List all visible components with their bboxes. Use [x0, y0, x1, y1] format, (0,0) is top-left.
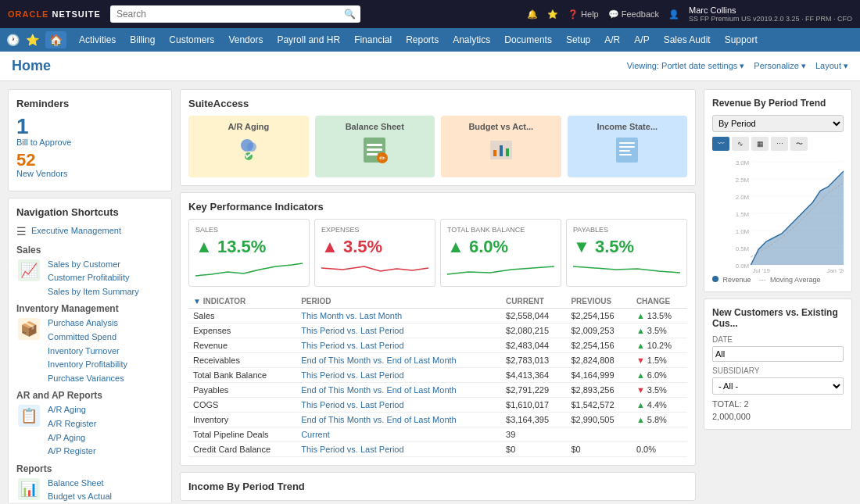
exec-mgmt-item[interactable]: ☰ Executive Management [16, 224, 163, 238]
svg-text:Jan '20: Jan '20 [826, 267, 844, 273]
table-row: Total Bank Balance This Period vs. Last … [188, 368, 687, 383]
svg-text:Jul '19: Jul '19 [752, 267, 770, 273]
menu-ar[interactable]: A/R [598, 28, 626, 52]
suite-tile-ar-aging[interactable]: A/R Aging [188, 116, 309, 177]
svg-rect-25 [619, 154, 632, 155]
cell-change: ▲ 6.0% [632, 368, 687, 383]
period-select[interactable]: By Period [712, 115, 844, 132]
menu-vendors[interactable]: Vendors [222, 28, 269, 52]
cell-period: This Period vs. Last Period [296, 442, 501, 457]
home-history-icon[interactable]: 🕐 [6, 34, 20, 46]
table-row: Sales This Month vs. Last Month $2,558,0… [188, 309, 687, 323]
sales-icon: 📈 [16, 258, 41, 283]
menu-financial[interactable]: Financial [348, 28, 398, 52]
suite-access-grid: A/R Aging Balance Sheet [188, 116, 687, 177]
kpi-payables-label: PAYABLES [573, 226, 680, 234]
chart-area-icon[interactable]: ∿ [732, 137, 749, 151]
committed-spend-link[interactable]: Committed Spend [48, 331, 127, 345]
subsidiary-select[interactable]: - All - [712, 377, 844, 395]
svg-rect-19 [500, 145, 503, 156]
ar-aging-link[interactable]: A/R Aging [48, 403, 96, 417]
top-nav: ORACLE NETSUITE 🔍 🔔 ⭐ ❓ Help 💬 Feedback … [0, 0, 860, 28]
viewing-portlet-settings[interactable]: Viewing: Portlet date settings ▾ [627, 61, 745, 71]
menu-support[interactable]: Support [718, 28, 764, 52]
cell-current: $1,610,017 [501, 398, 566, 413]
revenue-dot [712, 276, 718, 282]
menu-customers[interactable]: Customers [163, 28, 220, 52]
arap-links: A/R Aging A/R Register A/P Aging A/P Reg… [48, 403, 96, 458]
menu-sales-audit[interactable]: Sales Audit [658, 28, 717, 52]
filter-icon[interactable]: ▼ [193, 297, 201, 306]
purchase-analysis-link[interactable]: Purchase Analysis [48, 316, 127, 331]
chart-scatter-icon[interactable]: ⋯ [771, 137, 788, 151]
home-icon[interactable]: 🏠 [45, 31, 66, 48]
star-icon[interactable]: ⭐ [547, 9, 558, 20]
svg-point-9 [247, 142, 256, 152]
suite-tile-income[interactable]: Income State... [568, 116, 688, 177]
feedback-link[interactable]: 💬 Feedback [608, 9, 659, 20]
col-period: PERIOD [296, 295, 501, 309]
sales-by-item-summary-link[interactable]: Sales by Item Summary [48, 285, 139, 299]
menu-activities[interactable]: Activities [73, 28, 122, 52]
nav-shortcuts-card: Navigation Shortcuts ☰ Executive Managem… [8, 198, 172, 502]
menu-billing[interactable]: Billing [124, 28, 161, 52]
inventory-turnover-link[interactable]: Inventory Turnover [48, 345, 127, 359]
personalize-button[interactable]: Personalize ▾ [754, 61, 806, 71]
table-row: Credit Card Balance This Period vs. Last… [188, 442, 687, 457]
kpi-sales-sparkline [195, 260, 303, 280]
col-indicator: ▼ INDICATOR [188, 295, 296, 309]
suite-tile-balance-label: Balance Sheet [346, 122, 404, 131]
svg-text:✏: ✏ [379, 154, 386, 163]
cell-period: This Period vs. Last Period [296, 323, 501, 338]
cell-previous [566, 427, 631, 442]
sidebar: Reminders 1 Bill to Approve 52 New Vendo… [8, 89, 172, 502]
chart-line-icon[interactable]: 〰 [712, 137, 729, 151]
chart-bar-icon[interactable]: ▦ [751, 137, 769, 151]
menu-ap[interactable]: A/P [628, 28, 655, 52]
cell-previous: $2,824,808 [566, 353, 631, 368]
suite-tile-budget[interactable]: Budget vs Act... [441, 116, 561, 177]
cell-period: End of This Month vs. End of Last Month [296, 353, 501, 368]
search-input[interactable] [110, 5, 360, 23]
arap-nav-group: 📋 A/R Aging A/R Register A/P Aging A/P R… [16, 403, 163, 458]
suite-tile-balance-sheet[interactable]: Balance Sheet ✏ [315, 116, 435, 177]
svg-rect-20 [506, 148, 509, 156]
layout-button[interactable]: Layout ▾ [815, 61, 848, 71]
chart-line2-icon[interactable]: 〜 [790, 137, 808, 151]
purchase-variances-link[interactable]: Purchase Variances [48, 372, 127, 386]
reminder-label-2[interactable]: New Vendors [16, 169, 163, 178]
star-menu-icon[interactable]: ⭐ [26, 34, 39, 46]
cell-indicator: Sales [188, 309, 296, 323]
cell-indicator: Expenses [188, 323, 296, 338]
menu-payroll[interactable]: Payroll and HR [271, 28, 346, 52]
menu-documents[interactable]: Documents [498, 28, 558, 52]
ap-aging-link[interactable]: A/P Aging [48, 431, 96, 445]
budget-vs-actual-link[interactable]: Budget vs Actual [48, 490, 130, 502]
reminder-label-1[interactable]: Bill to Approve [16, 138, 163, 147]
page-title-actions: Viewing: Portlet date settings ▾ Persona… [627, 61, 848, 71]
menu-reports[interactable]: Reports [400, 28, 445, 52]
page-title: Home [12, 58, 51, 74]
new-customers-card: New Customers vs. Existing Cus... DATE S… [704, 298, 852, 430]
menu-setup[interactable]: Setup [560, 28, 597, 52]
balance-sheet-link[interactable]: Balance Sheet [48, 477, 130, 491]
help-link[interactable]: ❓ Help [568, 9, 599, 20]
oracle-logo: ORACLE NETSUITE [8, 9, 101, 19]
date-input[interactable] [712, 346, 844, 362]
sales-by-customer-link[interactable]: Sales by Customer [48, 258, 139, 272]
customer-profitability-link[interactable]: Customer Profitability [48, 271, 139, 285]
reports-nav-group: 📊 Balance Sheet Budget vs Actual Income … [16, 477, 163, 502]
kpi-expenses-label: EXPENSES [321, 226, 428, 234]
notifications-icon[interactable]: 🔔 [527, 9, 538, 20]
user-name: Marc Collins [689, 5, 852, 15]
ap-register-link[interactable]: A/P Register [48, 445, 96, 459]
cell-change: ▲ 5.8% [632, 413, 687, 427]
svg-text:📊: 📊 [20, 481, 38, 498]
cell-current: $4,413,364 [501, 368, 566, 383]
cell-previous: $1,542,572 [566, 398, 631, 413]
inventory-profitability-link[interactable]: Inventory Profitability [48, 358, 127, 372]
exec-mgmt-link[interactable]: Executive Management [31, 224, 121, 238]
menu-analytics[interactable]: Analytics [446, 28, 496, 52]
chart-type-icons: 〰 ∿ ▦ ⋯ 〜 [712, 137, 844, 151]
ar-register-link[interactable]: A/R Register [48, 417, 96, 431]
